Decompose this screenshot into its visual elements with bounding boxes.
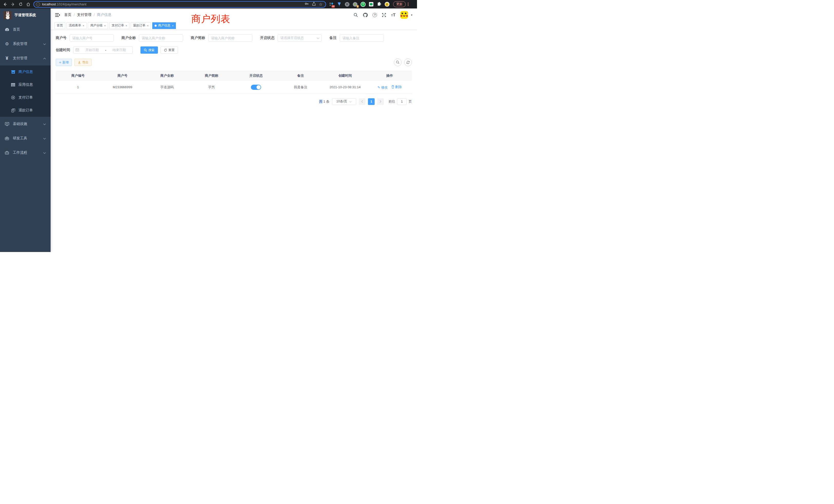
filter-label-status: 开启状态: [260, 36, 275, 40]
documents-icon: [11, 109, 16, 112]
extension-badge: 1: [357, 5, 359, 8]
goto-page-input[interactable]: [397, 98, 407, 105]
col-actions: 操作: [368, 71, 412, 81]
command-extension-icon[interactable]: ⌘: [345, 2, 350, 7]
avatar-caret-icon[interactable]: ▾: [411, 13, 412, 17]
merchant-short-name-input[interactable]: [208, 35, 253, 42]
sidebar-item-dev-tools[interactable]: 研发工具: [0, 131, 50, 145]
toolbox-icon: [5, 137, 9, 140]
browser-toolbar: i localhost:1024/pay/merchant ☆ 10 ⌘ 1 Y: [0, 0, 417, 8]
pay-submenu: 商户信息 应用信息 支付订单: [0, 65, 50, 117]
app-logo-row[interactable]: 芋道管理系统: [0, 8, 50, 22]
edit-link[interactable]: ✎修改: [377, 85, 388, 90]
close-icon[interactable]: ×: [104, 24, 106, 27]
reload-icon[interactable]: [18, 2, 23, 7]
cell-full-name: 芋道源码: [145, 81, 189, 94]
show-search-toggle-icon[interactable]: [394, 59, 401, 66]
merchant-full-name-input[interactable]: [139, 35, 183, 42]
sidebar-item-system[interactable]: ⚙ 系统管理: [0, 37, 50, 51]
site-info-icon[interactable]: i: [36, 2, 40, 6]
close-icon[interactable]: ×: [126, 24, 127, 27]
create-time-range-picker[interactable]: 开始日期 - 结束日期: [73, 46, 133, 54]
grid-table-icon: [11, 83, 16, 87]
merchant-no-input[interactable]: [70, 35, 114, 42]
tab-merchant-info[interactable]: 商户信息×: [152, 22, 176, 29]
sidebar-item-pay[interactable]: ¥ 支付管理: [0, 51, 50, 65]
page-size-select[interactable]: 10条/页: [332, 98, 356, 105]
tab-home[interactable]: 首页: [54, 22, 65, 29]
puzzle-extensions-icon[interactable]: [376, 2, 381, 7]
chevron-up-icon: [43, 56, 46, 60]
sidebar-item-home[interactable]: 首页: [0, 22, 50, 37]
tab-pay-order[interactable]: 支付订单×: [109, 22, 129, 29]
breadcrumb-home[interactable]: 首页: [64, 13, 71, 17]
tab-process-form[interactable]: 流程表单×: [66, 22, 87, 29]
github-icon[interactable]: [363, 13, 368, 18]
close-icon[interactable]: ×: [147, 24, 148, 27]
cell-merchant-no: M233666999: [100, 81, 145, 94]
refresh-table-icon[interactable]: [404, 59, 412, 66]
tab-user-group[interactable]: 用户分组×: [88, 22, 108, 29]
yen-icon: ¥: [5, 56, 9, 61]
browser-menu-icon[interactable]: [408, 3, 409, 6]
reset-button[interactable]: 重置: [160, 46, 178, 54]
filter-label-short-name: 商户简称: [191, 36, 205, 40]
bookmark-star-icon[interactable]: ☆: [319, 2, 323, 7]
close-icon[interactable]: ×: [83, 24, 84, 27]
filter-label-full-name: 商户全称: [122, 36, 136, 40]
col-status: 开启状态: [234, 71, 278, 81]
search-button[interactable]: 搜索: [140, 46, 158, 54]
font-size-icon[interactable]: TT: [391, 13, 395, 17]
chevron-down-icon: [349, 100, 352, 104]
sidebar-item-label: 应用信息: [19, 83, 33, 87]
user-avatar[interactable]: [400, 11, 408, 19]
chat-extension-icon[interactable]: [369, 2, 374, 7]
update-button[interactable]: 更新: [393, 1, 406, 7]
end-date-placeholder[interactable]: 结束日期: [108, 48, 130, 52]
sidebar-item-label: 首页: [13, 27, 20, 32]
dashboard-icon: [5, 28, 9, 31]
header-search-icon[interactable]: [354, 13, 358, 17]
home-icon[interactable]: [26, 2, 31, 7]
kite-extension-icon[interactable]: [337, 2, 342, 7]
sidebar-item-app-info[interactable]: 应用信息: [0, 78, 50, 91]
workspace-extension-icon[interactable]: 10: [329, 2, 334, 7]
next-page-button[interactable]: [377, 98, 384, 105]
sidebar-item-workflow[interactable]: 工作流程: [0, 145, 50, 160]
start-date-placeholder[interactable]: 开始日期: [81, 48, 103, 52]
sidebar-item-infrastructure[interactable]: 基础设施: [0, 117, 50, 131]
help-icon[interactable]: ?: [373, 13, 377, 17]
export-button[interactable]: 导出: [74, 59, 92, 66]
sidebar-item-pay-order[interactable]: 支付订单: [0, 91, 50, 104]
sidebar-item-label: 退款订单: [19, 108, 33, 113]
gray-extension-icon[interactable]: 1: [353, 2, 358, 7]
close-icon[interactable]: ×: [172, 24, 174, 27]
status-toggle[interactable]: [251, 85, 261, 90]
status-select[interactable]: 请选择开启状态: [278, 35, 322, 42]
prev-page-button[interactable]: [359, 98, 366, 105]
remark-input[interactable]: [340, 35, 384, 42]
sidebar-item-label: 工作流程: [13, 151, 27, 155]
y-extension-icon[interactable]: Y: [360, 2, 366, 7]
chevron-down-icon: [43, 136, 46, 140]
share-icon[interactable]: [312, 2, 316, 7]
url-text[interactable]: localhost:1024/pay/merchant: [42, 2, 303, 6]
tab-refund-order[interactable]: 退款订单×: [131, 22, 151, 29]
sidebar-item-label: 商户信息: [19, 70, 33, 74]
password-key-icon[interactable]: [305, 2, 309, 7]
forward-icon[interactable]: [10, 2, 16, 7]
address-bar[interactable]: i localhost:1024/pay/merchant ☆: [34, 1, 326, 8]
sidebar-collapse-icon[interactable]: [55, 13, 60, 17]
delete-link[interactable]: 删除: [391, 85, 402, 89]
fullscreen-icon[interactable]: [382, 13, 386, 17]
chevron-down-icon: [43, 151, 46, 155]
sidebar-item-merchant-info[interactable]: 商户信息: [0, 65, 50, 78]
back-icon[interactable]: [3, 2, 8, 7]
col-create-time: 创建时间: [323, 71, 367, 81]
page-1-button[interactable]: 1: [368, 98, 375, 105]
sidebar-item-label: 基础设施: [13, 122, 27, 126]
sidebar-item-refund-order[interactable]: 退款订单: [0, 104, 50, 117]
profile-avatar-emoji[interactable]: [385, 2, 390, 7]
filter-label-merchant-no: 商户号: [56, 36, 66, 40]
add-button[interactable]: + 新增: [56, 59, 72, 66]
